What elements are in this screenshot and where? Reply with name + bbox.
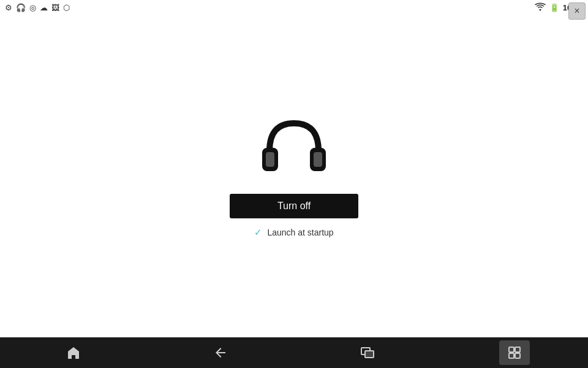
turn-off-label: Turn off <box>277 201 311 212</box>
windows-button[interactable] <box>352 340 383 365</box>
wifi-icon <box>535 2 546 13</box>
svg-rect-10 <box>515 353 520 358</box>
cloud-icon: ☁ <box>40 3 48 12</box>
launch-at-startup-row[interactable]: ✓ Launch at startup <box>254 227 333 238</box>
recent-apps-button[interactable] <box>499 340 530 365</box>
home-button[interactable] <box>58 340 89 365</box>
close-icon: × <box>574 6 579 17</box>
checkmark-icon: ✓ <box>254 227 262 238</box>
bottom-nav-bar <box>0 337 588 368</box>
battery-icon: 🔋 <box>549 3 559 12</box>
settings-icon: ⚙ <box>5 3 12 12</box>
svg-rect-3 <box>266 152 274 167</box>
svg-rect-4 <box>314 152 322 167</box>
svg-rect-8 <box>515 347 520 352</box>
svg-point-0 <box>539 9 541 10</box>
svg-rect-9 <box>509 353 514 358</box>
back-button[interactable] <box>205 340 236 365</box>
status-bar-left: ⚙ 🎧 ◎ ☁ 🖼 ⬡ <box>5 3 70 12</box>
location-icon: ◎ <box>29 3 36 12</box>
headphones-icon <box>257 114 331 182</box>
turn-off-button[interactable]: Turn off <box>230 194 358 218</box>
headphones-small-icon: 🎧 <box>16 3 26 12</box>
close-button[interactable]: × <box>568 2 586 20</box>
svg-rect-7 <box>509 347 514 352</box>
main-content: Turn off ✓ Launch at startup <box>0 15 588 337</box>
launch-at-startup-label: Launch at startup <box>267 228 333 237</box>
status-bar: ⚙ 🎧 ◎ ☁ 🖼 ⬡ 🔋 16:32 <box>0 0 588 15</box>
svg-rect-6 <box>365 351 374 358</box>
photo-icon: 🖼 <box>51 3 59 12</box>
github-icon: ⬡ <box>63 3 70 12</box>
